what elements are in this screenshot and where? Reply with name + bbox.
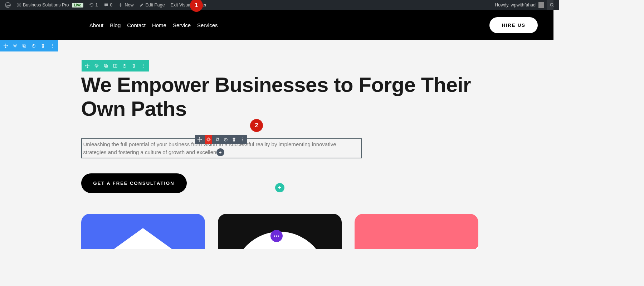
site-header: About Blog Contact Home Service Services… xyxy=(0,10,559,40)
nav-contact[interactable]: Contact xyxy=(127,22,146,28)
nav-services[interactable]: Services xyxy=(197,22,218,28)
pentagon-shape-icon xyxy=(106,228,181,249)
svg-rect-12 xyxy=(105,65,107,67)
free-consultation-button[interactable]: GET A FREE CONSULTATION xyxy=(81,173,187,193)
pencil-icon xyxy=(139,3,144,8)
svg-point-10 xyxy=(96,65,97,66)
feature-card-1[interactable] xyxy=(81,214,205,249)
page-container: We Empower Businesses to Forge Their Own… xyxy=(81,73,478,249)
refresh-icon xyxy=(89,3,94,8)
section-toolbar xyxy=(0,40,58,51)
module-power-icon[interactable] xyxy=(223,135,229,144)
row-toolbar xyxy=(82,60,149,72)
triangle-shape-icon xyxy=(428,246,478,249)
wp-admin-bar: Business Solutions Pro Live 1 0 New Edit… xyxy=(0,0,559,10)
admin-bar-left: Business Solutions Pro Live 1 0 New Edit… xyxy=(2,0,209,10)
admin-bar-right: Howdy, wpwithfahad xyxy=(492,0,557,10)
divi-global-fab[interactable]: ••• xyxy=(270,230,283,242)
howdy-link[interactable]: Howdy, wpwithfahad xyxy=(492,0,547,10)
comments-link[interactable]: 0 xyxy=(101,0,116,10)
add-row-button[interactable]: + xyxy=(275,183,284,192)
main-nav: About Blog Contact Home Service Services xyxy=(89,22,218,28)
svg-point-15 xyxy=(143,64,143,65)
row-power-icon[interactable] xyxy=(121,60,128,72)
scrollbar[interactable] xyxy=(553,0,559,249)
svg-point-24 xyxy=(241,140,242,141)
module-move-icon[interactable] xyxy=(197,135,203,144)
nav-home[interactable]: Home xyxy=(152,22,166,28)
add-module-below-button[interactable]: + xyxy=(216,148,224,156)
nav-blog[interactable]: Blog xyxy=(110,22,121,28)
hero-subtitle-wrap: + Unleashing the full potential of your … xyxy=(81,138,478,158)
module-duplicate-icon[interactable] xyxy=(215,135,220,144)
section-duplicate-icon[interactable] xyxy=(21,40,28,51)
edit-page-link[interactable]: Edit Page xyxy=(136,0,167,10)
nav-service[interactable]: Service xyxy=(173,22,191,28)
howdy-text: Howdy, wpwithfahad xyxy=(495,3,536,8)
edit-page-text: Edit Page xyxy=(145,3,165,8)
svg-point-16 xyxy=(143,65,143,66)
module-toolbar xyxy=(195,135,247,144)
site-name-text: Business Solutions Pro xyxy=(23,3,69,8)
row-duplicate-icon[interactable] xyxy=(103,60,109,72)
section-settings-icon[interactable] xyxy=(12,40,18,51)
row-more-icon[interactable] xyxy=(140,60,146,72)
section-move-icon[interactable] xyxy=(3,40,9,51)
svg-point-7 xyxy=(52,44,53,45)
section-delete-icon[interactable] xyxy=(40,40,46,51)
wordpress-icon xyxy=(5,2,11,8)
home-icon xyxy=(16,3,21,8)
live-badge: Live xyxy=(72,3,83,8)
new-text: New xyxy=(125,3,133,8)
exit-vb-link[interactable]: Exit Visual Builder xyxy=(168,0,210,10)
site-name-link[interactable]: Business Solutions Pro Live xyxy=(14,0,86,10)
module-delete-icon[interactable] xyxy=(231,135,237,144)
svg-point-22 xyxy=(241,138,242,138)
svg-rect-20 xyxy=(216,139,219,141)
revision-count: 1 xyxy=(96,3,98,8)
svg-point-18 xyxy=(208,139,209,140)
wp-logo[interactable] xyxy=(2,0,14,10)
row-move-icon[interactable] xyxy=(84,60,91,72)
nav-about[interactable]: About xyxy=(89,22,103,28)
svg-rect-11 xyxy=(104,64,107,66)
module-settings-icon[interactable] xyxy=(205,135,212,144)
row-delete-icon[interactable] xyxy=(131,60,137,72)
revisions-link[interactable]: 1 xyxy=(86,0,101,10)
svg-point-3 xyxy=(14,45,16,46)
new-link[interactable]: New xyxy=(115,0,136,10)
svg-rect-19 xyxy=(216,138,218,140)
svg-point-17 xyxy=(143,67,143,68)
comment-icon xyxy=(104,3,109,8)
svg-rect-5 xyxy=(24,45,26,47)
section-power-icon[interactable] xyxy=(30,40,37,51)
svg-point-23 xyxy=(241,139,242,140)
svg-rect-4 xyxy=(23,44,25,46)
section-more-icon[interactable] xyxy=(49,40,55,51)
plus-icon xyxy=(118,3,123,8)
feature-card-3[interactable] xyxy=(355,214,478,249)
svg-point-8 xyxy=(52,45,53,46)
row-columns-icon[interactable] xyxy=(112,60,118,72)
row-settings-icon[interactable] xyxy=(93,60,100,72)
svg-point-9 xyxy=(52,47,53,48)
hire-us-button[interactable]: HIRE US xyxy=(489,17,538,33)
avatar xyxy=(538,2,544,8)
comment-count: 0 xyxy=(110,3,113,8)
module-more-icon[interactable] xyxy=(239,135,245,144)
svg-point-2 xyxy=(550,3,553,6)
annotation-2: 2 xyxy=(250,119,263,132)
hero-title: We Empower Businesses to Forge Their Own… xyxy=(81,73,478,120)
